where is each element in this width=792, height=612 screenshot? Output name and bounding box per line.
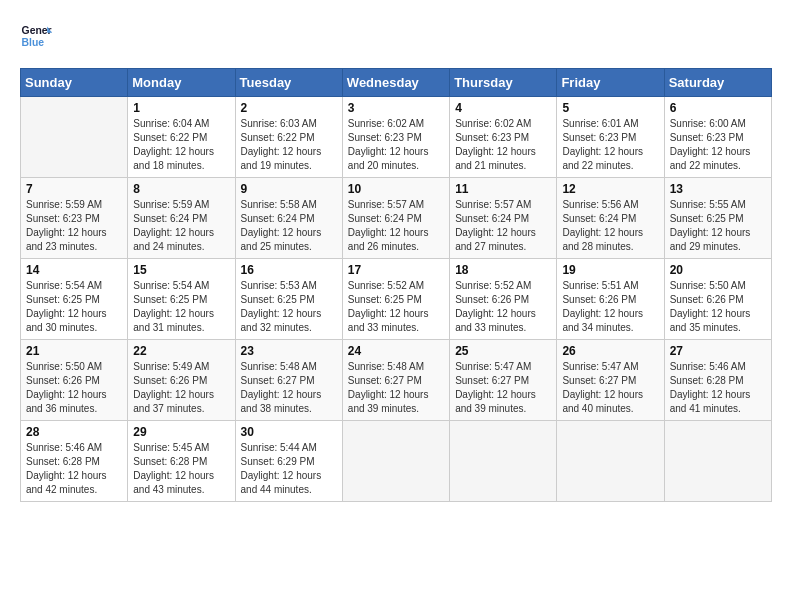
day-number: 6: [670, 101, 766, 115]
day-info: Sunrise: 5:48 AMSunset: 6:27 PMDaylight:…: [241, 360, 337, 416]
day-number: 2: [241, 101, 337, 115]
day-info: Sunrise: 5:54 AMSunset: 6:25 PMDaylight:…: [26, 279, 122, 335]
calendar-cell: 6Sunrise: 6:00 AMSunset: 6:23 PMDaylight…: [664, 97, 771, 178]
day-info: Sunrise: 5:49 AMSunset: 6:26 PMDaylight:…: [133, 360, 229, 416]
weekday-header: Thursday: [450, 69, 557, 97]
day-info: Sunrise: 6:02 AMSunset: 6:23 PMDaylight:…: [348, 117, 444, 173]
day-info: Sunrise: 5:56 AMSunset: 6:24 PMDaylight:…: [562, 198, 658, 254]
calendar-week-row: 7Sunrise: 5:59 AMSunset: 6:23 PMDaylight…: [21, 178, 772, 259]
calendar-week-row: 14Sunrise: 5:54 AMSunset: 6:25 PMDayligh…: [21, 259, 772, 340]
day-number: 14: [26, 263, 122, 277]
day-number: 12: [562, 182, 658, 196]
calendar-cell: 16Sunrise: 5:53 AMSunset: 6:25 PMDayligh…: [235, 259, 342, 340]
day-info: Sunrise: 6:04 AMSunset: 6:22 PMDaylight:…: [133, 117, 229, 173]
day-info: Sunrise: 5:54 AMSunset: 6:25 PMDaylight:…: [133, 279, 229, 335]
calendar-cell: 22Sunrise: 5:49 AMSunset: 6:26 PMDayligh…: [128, 340, 235, 421]
day-number: 16: [241, 263, 337, 277]
day-info: Sunrise: 5:57 AMSunset: 6:24 PMDaylight:…: [348, 198, 444, 254]
weekday-header: Tuesday: [235, 69, 342, 97]
calendar-cell: 10Sunrise: 5:57 AMSunset: 6:24 PMDayligh…: [342, 178, 449, 259]
calendar-cell: 14Sunrise: 5:54 AMSunset: 6:25 PMDayligh…: [21, 259, 128, 340]
calendar-cell: 8Sunrise: 5:59 AMSunset: 6:24 PMDaylight…: [128, 178, 235, 259]
calendar-cell: 19Sunrise: 5:51 AMSunset: 6:26 PMDayligh…: [557, 259, 664, 340]
day-info: Sunrise: 5:52 AMSunset: 6:26 PMDaylight:…: [455, 279, 551, 335]
calendar-cell: 3Sunrise: 6:02 AMSunset: 6:23 PMDaylight…: [342, 97, 449, 178]
svg-text:Blue: Blue: [22, 37, 45, 48]
day-info: Sunrise: 5:46 AMSunset: 6:28 PMDaylight:…: [26, 441, 122, 497]
calendar-cell: 9Sunrise: 5:58 AMSunset: 6:24 PMDaylight…: [235, 178, 342, 259]
day-info: Sunrise: 5:57 AMSunset: 6:24 PMDaylight:…: [455, 198, 551, 254]
calendar-cell: 11Sunrise: 5:57 AMSunset: 6:24 PMDayligh…: [450, 178, 557, 259]
calendar-cell: 28Sunrise: 5:46 AMSunset: 6:28 PMDayligh…: [21, 421, 128, 502]
day-number: 17: [348, 263, 444, 277]
calendar-cell: [342, 421, 449, 502]
day-number: 21: [26, 344, 122, 358]
day-info: Sunrise: 6:03 AMSunset: 6:22 PMDaylight:…: [241, 117, 337, 173]
calendar-cell: 2Sunrise: 6:03 AMSunset: 6:22 PMDaylight…: [235, 97, 342, 178]
day-number: 4: [455, 101, 551, 115]
weekday-header: Saturday: [664, 69, 771, 97]
calendar-cell: 13Sunrise: 5:55 AMSunset: 6:25 PMDayligh…: [664, 178, 771, 259]
calendar-week-row: 28Sunrise: 5:46 AMSunset: 6:28 PMDayligh…: [21, 421, 772, 502]
day-info: Sunrise: 5:47 AMSunset: 6:27 PMDaylight:…: [562, 360, 658, 416]
day-number: 26: [562, 344, 658, 358]
day-number: 20: [670, 263, 766, 277]
day-info: Sunrise: 5:47 AMSunset: 6:27 PMDaylight:…: [455, 360, 551, 416]
calendar-cell: [557, 421, 664, 502]
day-info: Sunrise: 5:51 AMSunset: 6:26 PMDaylight:…: [562, 279, 658, 335]
day-info: Sunrise: 5:44 AMSunset: 6:29 PMDaylight:…: [241, 441, 337, 497]
day-number: 19: [562, 263, 658, 277]
day-info: Sunrise: 5:52 AMSunset: 6:25 PMDaylight:…: [348, 279, 444, 335]
calendar-cell: 18Sunrise: 5:52 AMSunset: 6:26 PMDayligh…: [450, 259, 557, 340]
calendar-cell: [450, 421, 557, 502]
day-number: 8: [133, 182, 229, 196]
day-info: Sunrise: 5:46 AMSunset: 6:28 PMDaylight:…: [670, 360, 766, 416]
weekday-header: Wednesday: [342, 69, 449, 97]
day-number: 25: [455, 344, 551, 358]
calendar-cell: 5Sunrise: 6:01 AMSunset: 6:23 PMDaylight…: [557, 97, 664, 178]
calendar-week-row: 21Sunrise: 5:50 AMSunset: 6:26 PMDayligh…: [21, 340, 772, 421]
day-number: 23: [241, 344, 337, 358]
day-number: 9: [241, 182, 337, 196]
day-info: Sunrise: 6:01 AMSunset: 6:23 PMDaylight:…: [562, 117, 658, 173]
day-info: Sunrise: 6:00 AMSunset: 6:23 PMDaylight:…: [670, 117, 766, 173]
day-info: Sunrise: 5:55 AMSunset: 6:25 PMDaylight:…: [670, 198, 766, 254]
day-number: 7: [26, 182, 122, 196]
day-number: 13: [670, 182, 766, 196]
calendar-cell: 27Sunrise: 5:46 AMSunset: 6:28 PMDayligh…: [664, 340, 771, 421]
day-number: 18: [455, 263, 551, 277]
day-info: Sunrise: 5:58 AMSunset: 6:24 PMDaylight:…: [241, 198, 337, 254]
calendar-cell: 4Sunrise: 6:02 AMSunset: 6:23 PMDaylight…: [450, 97, 557, 178]
day-number: 22: [133, 344, 229, 358]
day-number: 28: [26, 425, 122, 439]
calendar-cell: 30Sunrise: 5:44 AMSunset: 6:29 PMDayligh…: [235, 421, 342, 502]
weekday-header: Sunday: [21, 69, 128, 97]
day-number: 30: [241, 425, 337, 439]
calendar-week-row: 1Sunrise: 6:04 AMSunset: 6:22 PMDaylight…: [21, 97, 772, 178]
day-number: 10: [348, 182, 444, 196]
calendar-cell: 29Sunrise: 5:45 AMSunset: 6:28 PMDayligh…: [128, 421, 235, 502]
calendar-cell: 23Sunrise: 5:48 AMSunset: 6:27 PMDayligh…: [235, 340, 342, 421]
calendar-cell: 1Sunrise: 6:04 AMSunset: 6:22 PMDaylight…: [128, 97, 235, 178]
day-number: 29: [133, 425, 229, 439]
page-header: General Blue: [20, 20, 772, 52]
day-info: Sunrise: 6:02 AMSunset: 6:23 PMDaylight:…: [455, 117, 551, 173]
day-number: 24: [348, 344, 444, 358]
day-number: 27: [670, 344, 766, 358]
day-number: 11: [455, 182, 551, 196]
logo-icon: General Blue: [20, 20, 52, 52]
day-number: 15: [133, 263, 229, 277]
weekday-header: Monday: [128, 69, 235, 97]
calendar-cell: [664, 421, 771, 502]
weekday-header: Friday: [557, 69, 664, 97]
calendar-cell: 21Sunrise: 5:50 AMSunset: 6:26 PMDayligh…: [21, 340, 128, 421]
day-info: Sunrise: 5:50 AMSunset: 6:26 PMDaylight:…: [26, 360, 122, 416]
calendar-cell: 24Sunrise: 5:48 AMSunset: 6:27 PMDayligh…: [342, 340, 449, 421]
day-info: Sunrise: 5:45 AMSunset: 6:28 PMDaylight:…: [133, 441, 229, 497]
logo: General Blue: [20, 20, 52, 52]
calendar-cell: 17Sunrise: 5:52 AMSunset: 6:25 PMDayligh…: [342, 259, 449, 340]
calendar-cell: [21, 97, 128, 178]
day-info: Sunrise: 5:59 AMSunset: 6:23 PMDaylight:…: [26, 198, 122, 254]
calendar-cell: 25Sunrise: 5:47 AMSunset: 6:27 PMDayligh…: [450, 340, 557, 421]
calendar-cell: 7Sunrise: 5:59 AMSunset: 6:23 PMDaylight…: [21, 178, 128, 259]
